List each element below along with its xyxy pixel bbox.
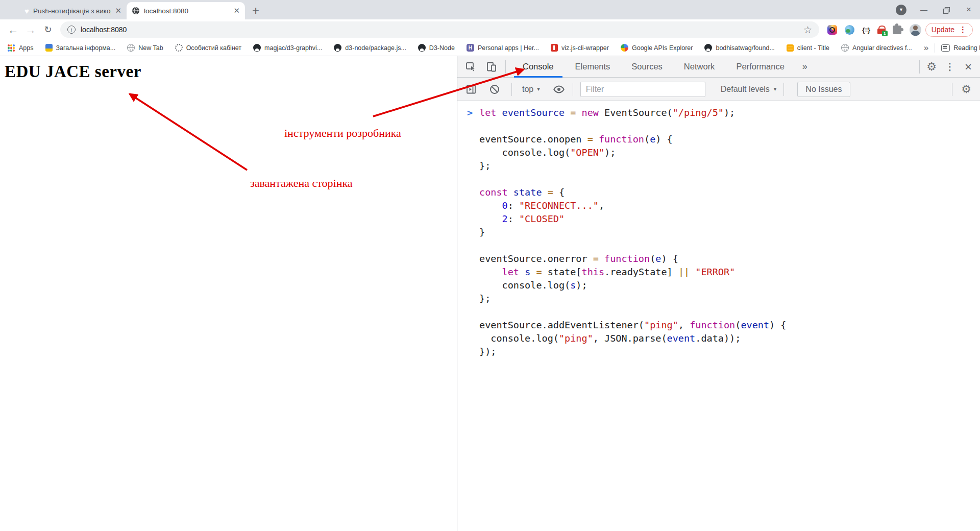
bookmark-item[interactable]: HPersonal apps | Her... [467,44,539,52]
window-close-button[interactable]: × [958,5,980,15]
profile-avatar[interactable] [910,24,921,36]
bookmark-item[interactable]: Загальна інформа... [45,44,116,52]
window-minimize-button[interactable]: — [913,6,935,14]
divider [952,83,952,96]
console-code-line: const state = { [479,186,980,199]
reading-list-icon [941,44,950,52]
devtools-controls: ⚙ ⋮ × [919,60,975,74]
bookmark-item[interactable]: Apps [7,44,34,52]
console-code-line: >let eventSource = new EventSource("/pin… [479,106,980,119]
bookmark-item[interactable]: Angular directives f... [841,44,912,52]
extensions-row: {≡} [827,25,901,35]
console-code-line: }; [479,292,980,305]
console-code-line: 0: "RECONNECT...", [479,199,980,212]
browser-tab-strip: ♥ Push-нотифікація з використан ✕ localh… [0,0,980,19]
console-code-line: }; [479,159,980,173]
live-expression-eye-icon[interactable] [552,83,566,96]
bookmark-item[interactable]: D3-Node [418,44,455,52]
levels-label: Default levels [721,85,770,94]
profile-caret-icon[interactable]: ▼ [896,5,906,15]
site-info-icon[interactable]: i [67,26,76,34]
divider [505,60,506,74]
bookmark-label: Google APIs Explorer [632,44,693,52]
devtools-tab-console[interactable]: Console [512,56,565,78]
bookmark-item[interactable]: New Tab [127,44,163,52]
clear-console-icon[interactable] [488,83,501,96]
bookmarks-overflow-icon[interactable]: » [924,43,928,53]
browser-tab-localhost[interactable]: localhost:8080 ✕ [127,2,245,19]
json-braces-extension-icon[interactable]: {≡} [862,26,870,34]
console-code-line: eventSource.addEventListener("ping", fun… [479,319,980,332]
console-code-line [479,173,980,186]
earth-extension-icon[interactable] [845,25,854,35]
console-code-line: console.log("ping", JSON.parse(event.dat… [479,332,980,345]
console-settings-icon[interactable]: ⚙ [960,83,973,96]
context-selector[interactable]: top ▾ [522,85,540,94]
devtools-tab-network[interactable]: Network [673,56,726,78]
bookmark-item[interactable]: viz.js-cli-wrapper [551,44,609,52]
camera-extension-icon[interactable] [827,25,837,35]
bookmark-item[interactable]: Google APIs Explorer [621,44,693,52]
bookmark-item[interactable]: bodhisatwag/found... [704,44,774,52]
bookmark-item[interactable]: Особистий кабінет [175,44,241,52]
divider [919,60,920,74]
bookmark-item[interactable]: client - Title [787,44,829,52]
more-tabs-icon[interactable]: » [795,61,815,72]
chevron-down-icon: ▾ [774,86,777,92]
console-code-line: eventSource.onopen = function(e) { [479,133,980,146]
bookmark-label: viz.js-cli-wrapper [561,44,609,52]
new-tab-button[interactable]: + [252,5,259,17]
devtools-settings-icon[interactable]: ⚙ [925,60,938,74]
devtools-tab-sources[interactable]: Sources [621,56,673,78]
red-app-icon [551,44,558,52]
devtools-tab-elements[interactable]: Elements [565,56,621,78]
issues-label: No Issues [805,85,842,94]
annotation-devtools: інструменти розробника [284,127,401,140]
address-bar[interactable]: i localhost:8080 ☆ [60,21,819,38]
github-icon [253,44,261,52]
browser-tab-push-notification[interactable]: ♥ Push-нотифікація з використан ✕ [19,2,127,19]
devtools-close-icon[interactable]: × [962,60,975,74]
puzzle-extensions-icon[interactable] [893,26,901,34]
inspect-element-icon[interactable] [464,60,478,74]
devtools-menu-icon[interactable]: ⋮ [943,60,957,74]
url-text[interactable]: localhost:8080 [81,26,798,34]
console-input-area[interactable]: >let eventSource = new EventSource("/pin… [457,101,980,531]
console-code-line: 2: "CLOSED" [479,212,980,226]
globe-icon [841,44,849,52]
devtools-tab-performance[interactable]: Performance [725,56,795,78]
console-code-line: }); [479,345,980,358]
update-button[interactable]: Update ⋮ [925,23,973,37]
orange-app-icon [787,44,794,52]
console-code-line: } [479,226,980,239]
page-heading: EDU JACE server [5,62,141,81]
console-filter-input[interactable] [580,82,705,97]
issues-counter[interactable]: No Issues [797,82,850,97]
log-levels-selector[interactable]: Default levels ▾ [721,85,777,94]
globe-favicon [132,7,140,15]
reading-list-label: Reading list [953,44,980,52]
forward-icon[interactable]: → [22,25,39,35]
back-icon[interactable]: ← [5,25,21,35]
bookmark-label: D3-Node [429,44,455,52]
bookmark-label: client - Title [797,44,829,52]
device-toolbar-icon[interactable] [485,60,498,74]
browser-menu-icon[interactable]: ⋮ [959,25,967,34]
tab-close-icon[interactable]: ✕ [233,6,240,15]
window-restore-button[interactable] [935,6,958,14]
console-code-line [479,239,980,252]
devtools-panel: ConsoleElementsSourcesNetworkPerformance… [457,56,980,531]
divider [511,83,512,96]
tab-close-icon[interactable]: ✕ [115,6,121,15]
bookmark-star-icon[interactable]: ☆ [803,24,812,36]
divider [573,83,573,96]
console-sidebar-toggle-icon[interactable] [464,83,478,96]
lock-badge-extension-icon[interactable] [877,29,885,34]
console-code-line [479,119,980,133]
reload-icon[interactable]: ↻ [40,25,56,34]
dotted-circle-icon [175,44,183,52]
bookmark-item[interactable]: d3-node/package.js... [334,44,406,52]
bookmark-item[interactable]: magjac/d3-graphvi... [253,44,322,52]
bookmark-label: Angular directives f... [852,44,912,52]
reading-list-button[interactable]: Reading list [941,44,980,52]
